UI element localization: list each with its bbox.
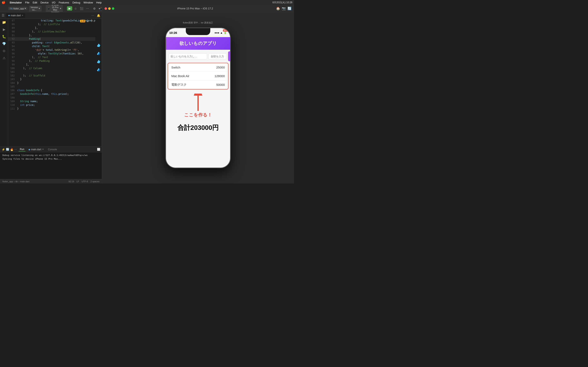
save-item-button[interactable]: 保存 bbox=[228, 51, 231, 61]
left-sidebar: 📁 ▶ 🐛 💎 ⊙ ⚠ bbox=[0, 19, 8, 146]
expand-warnings[interactable]: ▲ bbox=[86, 19, 89, 23]
bottom-panel: ⚡ 🔄 🔥 ⋯ Run ◆ main.dart ✕ Console ⬜ bbox=[0, 146, 102, 179]
editor-tab-bar: ☰ ◆ main.dart ✕ ⋯ 🔔 bbox=[0, 12, 102, 19]
code-line-96: 96 style: TextStyle(fontSize: 50), bbox=[8, 52, 95, 55]
sim-title: iPhone 15 Pro Max – iOS 17.2 bbox=[116, 7, 274, 10]
hot-reload-icon: 🔥 bbox=[10, 148, 13, 151]
right-sidebar bbox=[95, 19, 102, 146]
code-line-99: 99 ], bbox=[8, 63, 95, 67]
beta-badge: BETA bbox=[223, 29, 229, 32]
menu-device[interactable]: Device bbox=[40, 1, 49, 4]
tab-actions: ⋯ 🔔 bbox=[91, 14, 100, 17]
collapse-warnings[interactable]: ▼ bbox=[90, 19, 93, 23]
git-icon[interactable]: ⊙ bbox=[3, 49, 5, 53]
code-scroll[interactable]: 87 trailing: Text(goodsInfoList[index].p… bbox=[8, 19, 95, 146]
code-line-108: 108 bbox=[8, 96, 95, 100]
breadcrumb: flutter_app › lib › main.dart bbox=[2, 180, 29, 183]
app-header: 欲しいものアプリ bbox=[166, 37, 230, 50]
list-item-desk: 電動デスク 50000 bbox=[168, 80, 228, 89]
expand-panel-btn[interactable]: ⬜ bbox=[97, 148, 100, 151]
breadcrumb-project: flutter_app bbox=[2, 180, 13, 183]
menu-window[interactable]: Window bbox=[84, 1, 93, 4]
breadcrumb-lib: lib bbox=[16, 180, 18, 183]
code-line-100: 100 ), // Column bbox=[8, 67, 95, 70]
code-line-109: 109 String name; bbox=[8, 100, 95, 103]
console-line-2: Syncing files to device iPhone 15 Pro Ma… bbox=[2, 157, 99, 161]
code-line-106: 106 class GoodsInfo { bbox=[8, 89, 95, 92]
version-selector[interactable]: Version co... ▾ bbox=[29, 6, 42, 11]
breadcrumb-file: main.dart bbox=[20, 180, 29, 183]
sim-camera-icon[interactable]: 📷 bbox=[282, 7, 286, 10]
menu-simulator[interactable]: Simulator bbox=[9, 1, 22, 4]
play-icon[interactable]: ▶ bbox=[3, 27, 5, 31]
star-button[interactable]: ☆ bbox=[73, 7, 78, 11]
code-line-93: 93 padding: const EdgeInsets.all(20), bbox=[8, 41, 95, 44]
run-button[interactable]: ▶ bbox=[67, 6, 72, 11]
status-bar: flutter_app › lib › main.dart 92:19 LF U… bbox=[0, 179, 102, 184]
item-price-input[interactable] bbox=[208, 53, 227, 59]
menu-edit[interactable]: Edit bbox=[33, 1, 37, 4]
tab-run[interactable]: Run bbox=[18, 147, 26, 151]
code-line-102: 102 ); // Scaffold bbox=[8, 74, 95, 77]
code-line-89: 89 }, bbox=[8, 26, 95, 30]
project-selector[interactable]: FA flutter_app ▾ bbox=[8, 7, 27, 10]
items-list: Switch 25000 Mac Book Air 128000 電動デスク 5… bbox=[168, 63, 228, 90]
bottom-file-tab[interactable]: ◆ main.dart ✕ bbox=[27, 148, 45, 151]
restart-btn[interactable]: 🔄 bbox=[6, 148, 9, 151]
code-line-98: 98 ), // Padding bbox=[8, 59, 95, 63]
app-content: 欲しいものアプリ 保存 Switch 25000 bbox=[166, 37, 230, 167]
stop-button[interactable]: ⬛ bbox=[79, 7, 84, 11]
signal-icon: ●●● bbox=[215, 31, 219, 34]
menu-help[interactable]: Help bbox=[96, 1, 102, 4]
menubar-time: 8月20日(火) 10:26 bbox=[273, 1, 292, 4]
code-line-110: 110 int price; bbox=[8, 103, 95, 107]
sim-home-icon[interactable]: 🏠 bbox=[276, 7, 280, 10]
menu-file[interactable]: File bbox=[25, 1, 29, 4]
iphone-time: 10:26 bbox=[169, 31, 177, 34]
iphone-frame[interactable]: BETA 10:26 ●●● ▲ 🔋 欲しいものアプリ bbox=[165, 27, 231, 168]
total-display: 合計203000円 bbox=[166, 120, 230, 136]
code-line-95: 95 '合計'+ total.toString()+ '円', bbox=[8, 48, 95, 52]
debug-icon[interactable]: 🐛 bbox=[2, 35, 6, 39]
extensions-icon[interactable]: 💎 bbox=[2, 42, 6, 46]
bottom-tabs: ⚡ 🔄 🔥 ⋯ Run ◆ main.dart ✕ Console ⬜ bbox=[0, 147, 102, 152]
sim-toolbar: iPhone 15 Pro Max – iOS 17.2 🏠 📷 🔄 bbox=[102, 5, 294, 12]
menubar: 🍎 Simulator File Edit Device I/O Feature… bbox=[0, 0, 294, 5]
branch-icon[interactable]: ⚙ bbox=[92, 7, 96, 11]
sim-maximize[interactable] bbox=[112, 7, 114, 10]
wifi-icon: ▲ bbox=[220, 31, 223, 34]
list-item-macbook: Mac Book Air 128000 bbox=[168, 72, 228, 80]
warning-icon[interactable]: ⚠ bbox=[3, 56, 6, 60]
sim-minimize[interactable] bbox=[108, 7, 111, 10]
code-line-105: 105 bbox=[8, 85, 95, 89]
ide-toolbar: FA flutter_app ▾ Version co... ▾ 📱 iPhon… bbox=[0, 5, 102, 12]
warning-badge: ⚠ 8 bbox=[80, 20, 85, 22]
menu-io[interactable]: I/O bbox=[52, 1, 55, 4]
console-label: Console bbox=[47, 148, 58, 151]
code-editor[interactable]: ⚠ 8 ▲ ▼ 87 trailing: Text(goodsInfoList[… bbox=[8, 19, 95, 146]
sidebar-toggle[interactable]: ☰ bbox=[2, 13, 4, 17]
status-right: 92:19 LF UTF-8 2 spaces bbox=[68, 180, 99, 183]
menu-debug[interactable]: Debug bbox=[72, 1, 80, 4]
flutter-icon-1 bbox=[96, 43, 101, 47]
apple-menu[interactable]: 🍎 bbox=[2, 1, 6, 4]
iphone-container: flutter講座 背中… ter 講座改訂 BETA 10:26 ●●● ▲ … bbox=[102, 12, 294, 184]
lightning-status-icon: ⚡ bbox=[2, 148, 5, 151]
sim-close[interactable] bbox=[104, 7, 107, 10]
tab-close-icon[interactable]: ✕ bbox=[22, 14, 23, 17]
code-line-97: 97 ), // Text bbox=[8, 55, 95, 59]
sim-rotate-icon[interactable]: 🔄 bbox=[287, 7, 292, 10]
bottom-tab-close[interactable]: ✕ bbox=[42, 148, 44, 151]
item-name-input[interactable] bbox=[168, 53, 207, 59]
code-line-103: 103 } bbox=[8, 77, 95, 81]
code-line-90: 90 ), // ListView.builder bbox=[8, 30, 95, 33]
code-line-92: 92 Padding( bbox=[8, 37, 95, 41]
more-button[interactable]: ⋯ bbox=[85, 7, 90, 11]
code-line-107: 107 GoodsInfo(this.name, this.price); bbox=[8, 92, 95, 96]
files-icon[interactable]: 📁 bbox=[2, 20, 6, 24]
more-console-btn[interactable]: ⋯ bbox=[14, 148, 17, 151]
input-row: 保存 bbox=[166, 50, 230, 63]
menu-features[interactable]: Features bbox=[59, 1, 69, 4]
main-dart-tab[interactable]: ◆ main.dart ✕ bbox=[6, 13, 25, 18]
flutter-icon-2 bbox=[96, 51, 101, 55]
